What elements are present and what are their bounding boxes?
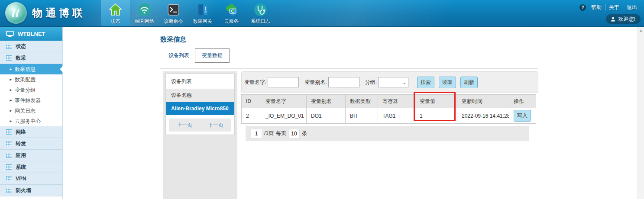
chevron-down-icon: ⌄	[403, 80, 406, 85]
variable-name-input[interactable]	[268, 77, 299, 87]
nav-label: 状态	[111, 18, 120, 25]
nav-item-wifi[interactable]: WIFI网络	[130, 0, 159, 26]
col-variable-value: 变量值	[415, 95, 457, 108]
device-name-column-header: 设备名称	[166, 89, 234, 102]
sidebar-item-label: 网关日志	[15, 107, 36, 115]
per-page-unit: 条	[302, 130, 307, 137]
sidebar-item-firewall[interactable]: 防火墙	[0, 185, 62, 196]
sidebar-item-datacollect-config[interactable]: ▶ 数采配置	[0, 74, 62, 85]
main-nav: 状态 WIFI网络 诊断命令	[101, 0, 275, 26]
about-link[interactable]: 关于	[605, 4, 623, 11]
sidebar-item-vpn[interactable]: VPN	[0, 173, 62, 185]
device-list-card: 设备列表 设备名称 Allen-Bradley Micro850 上一页 下一页	[165, 74, 235, 135]
variable-alias-label: 变量别名:	[304, 79, 327, 86]
sidebar-item-label: 防火墙	[16, 187, 31, 194]
per-page-input[interactable]	[288, 129, 300, 138]
prev-page-button[interactable]: 上一页	[177, 122, 192, 129]
sidebar-item-datacollect[interactable]: 数采	[0, 52, 62, 64]
sidebar-item-label: 数采	[16, 55, 26, 62]
sidebar-item-datacollect-info[interactable]: ▶ 数采信息	[0, 64, 62, 74]
sidebar-item-system[interactable]: 系统	[0, 161, 62, 173]
grid-icon	[6, 188, 12, 193]
table-row: 2 _IO_EM_DO_01 DO1 BIT TAG1 1 2022-09-16…	[242, 108, 536, 124]
top-right-links: ? 帮助 关于 退出	[579, 4, 641, 11]
sidebar-item-gateway-log[interactable]: ▶ 网关日志	[0, 106, 62, 116]
device-panel-backdrop: 设备列表 设备名称 Allen-Bradley Micro850 上一页 下一页	[163, 71, 237, 199]
refresh-button[interactable]: 刷新	[460, 77, 478, 88]
cell-update-time: 2022-09-16 14:41:28	[457, 108, 509, 124]
cell-id: 2	[242, 108, 261, 124]
grid-icon	[6, 44, 12, 49]
page-number-input[interactable]	[251, 129, 262, 138]
variable-alias-input[interactable]	[328, 77, 359, 87]
sidebar-item-label: 网络	[16, 128, 26, 136]
device-list-title: 设备列表	[166, 74, 234, 89]
sidebar-item-label: 系统	[16, 164, 26, 171]
wifi-icon	[137, 3, 152, 17]
variable-data-section: 变量名字: 变量别名: 分组: ⌄ 搜索 读取 刷新 ID 变量名字 变	[241, 71, 538, 141]
write-button[interactable]: 写入	[514, 110, 531, 122]
grid-icon	[6, 129, 12, 135]
sidebar-item-cloud-center[interactable]: ▶ 云服务中心	[0, 116, 62, 126]
help-link[interactable]: 帮助	[588, 4, 605, 11]
cell-variable-name: _IO_EM_DO_01	[261, 108, 307, 124]
nav-item-status[interactable]: 状态	[101, 0, 130, 26]
nav-item-cloud[interactable]: 云服务	[217, 0, 246, 26]
per-page-label: 每页	[276, 130, 286, 137]
brand-logo: 物通博联	[5, 2, 86, 24]
nav-item-syslog[interactable]: 系统日志	[246, 0, 275, 26]
search-button[interactable]: 搜索	[417, 77, 434, 88]
table-pagination: /1页 每页 条	[246, 126, 529, 141]
nav-label: WIFI网络	[135, 18, 154, 25]
group-select[interactable]: ⌄	[378, 77, 408, 87]
device-pager: 上一页 下一页	[169, 119, 231, 132]
scroll-up-icon[interactable]: ▲	[638, 27, 644, 34]
logout-link[interactable]: 退出	[623, 4, 641, 11]
sidebar-item-application[interactable]: 应用	[0, 150, 62, 161]
caret-right-icon: ▶	[10, 78, 12, 81]
nav-item-gateway[interactable]: 数采网关	[188, 0, 217, 26]
sidebar-item-label: 状态	[16, 43, 26, 50]
caret-right-icon: ▶	[10, 88, 12, 91]
vertical-scrollbar[interactable]: ▲	[638, 27, 644, 199]
sidebar-item-label: 变量分组	[15, 87, 36, 94]
sidebar-item-variable-group[interactable]: ▶ 变量分组	[0, 85, 62, 95]
sidebar-item-forward[interactable]: 转发	[0, 138, 62, 150]
read-button[interactable]: 读取	[439, 77, 456, 88]
table-header-row: ID 变量名字 变量别名 数据类型 寄存器 变量值 更新时间 操作	[242, 95, 536, 108]
nav-item-diagnostic[interactable]: 诊断命令	[159, 0, 188, 26]
sidebar-item-label: VPN	[16, 176, 26, 182]
cell-register: TAG1	[378, 108, 415, 124]
terminal-icon	[166, 3, 181, 17]
caret-right-icon: ▶	[10, 67, 12, 71]
welcome-badge[interactable]: 欢迎您!	[606, 14, 641, 24]
sidebar-item-network[interactable]: 网络	[0, 126, 62, 138]
tab-strip: 设备列表 变量数据	[160, 48, 538, 62]
tab-variable-data[interactable]: 变量数据	[195, 48, 230, 63]
nav-label: 数采网关	[193, 18, 212, 25]
sidebar-item-event-trigger[interactable]: ▶ 事件触发器	[0, 95, 62, 106]
next-page-button[interactable]: 下一页	[208, 122, 223, 129]
sidebar-item-status[interactable]: 状态	[0, 41, 62, 52]
caret-right-icon: ▶	[10, 109, 12, 112]
user-icon	[610, 16, 616, 22]
grid-icon	[6, 176, 12, 181]
help-icon: ?	[579, 4, 586, 11]
group-label: 分组:	[365, 79, 377, 86]
top-header: 物通博联 状态 WIFI网络 诊断命令	[0, 0, 644, 27]
cloud-icon	[224, 3, 239, 17]
col-id: ID	[242, 95, 261, 108]
col-variable-name: 变量名字	[261, 95, 307, 108]
brand-name: 物通博联	[32, 6, 86, 20]
col-register: 寄存器	[378, 95, 415, 108]
tab-device-list[interactable]: 设备列表	[163, 49, 195, 62]
filter-bar: 变量名字: 变量别名: 分组: ⌄ 搜索 读取 刷新	[241, 71, 538, 93]
page-title: 数采信息	[160, 35, 186, 44]
col-update-time: 更新时间	[457, 95, 509, 108]
gateway-icon	[195, 3, 210, 17]
monitor-icon	[6, 31, 14, 37]
sidebar-title-text: WTBLNET	[18, 31, 45, 37]
sidebar-item-label: 云服务中心	[15, 118, 41, 125]
device-row[interactable]: Allen-Bradley Micro850	[166, 102, 234, 115]
home-icon	[108, 3, 123, 17]
